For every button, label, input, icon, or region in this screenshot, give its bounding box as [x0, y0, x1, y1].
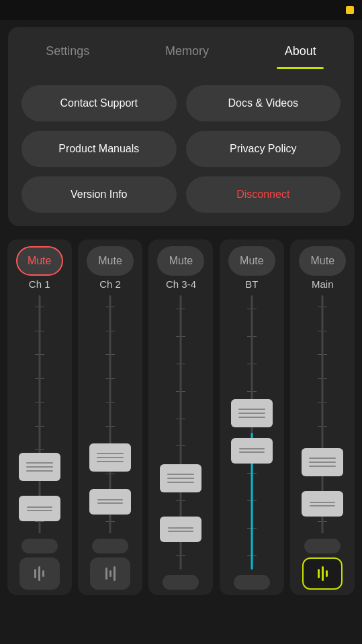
bt-fader-handle-upper[interactable] — [231, 399, 273, 427]
ch1-fader-handle-lower[interactable] — [19, 496, 60, 521]
disconnect-button[interactable]: Disconnect — [186, 176, 341, 213]
main-oval-button[interactable] — [304, 539, 341, 553]
eq-bar — [42, 570, 44, 577]
ch2-label: Ch 2 — [99, 278, 121, 290]
fader-line — [310, 505, 335, 506]
main-bottom — [294, 539, 351, 590]
fader-line — [97, 453, 124, 454]
fader-line — [97, 461, 124, 462]
bt-fader-container — [224, 295, 280, 570]
ch1-oval-button[interactable] — [21, 539, 58, 553]
fader-line — [238, 413, 265, 414]
main-label: Main — [312, 278, 334, 290]
mute-ch2-button[interactable]: Mute — [87, 246, 134, 276]
fader-line — [26, 466, 53, 468]
bt-fader-handle-lower[interactable] — [231, 438, 273, 464]
fader-line — [239, 448, 265, 449]
mute-ch3-4-button[interactable]: Mute — [157, 246, 204, 276]
ch2-fader-handle-lower[interactable] — [89, 489, 131, 515]
fader-line — [168, 527, 193, 529]
ch1-eq-button[interactable] — [19, 557, 60, 590]
docs-videos-button[interactable]: Docs & Videos — [186, 85, 341, 121]
fader-line — [309, 466, 336, 467]
eq-bar — [114, 566, 116, 581]
ch3-4-fader-handle[interactable] — [160, 464, 201, 492]
channel-ch3-4: Mute Ch 3-4 — [148, 239, 213, 595]
privacy-policy-button[interactable]: Privacy Policy — [186, 131, 341, 167]
contact-support-button[interactable]: Contact Support — [21, 85, 177, 121]
eq-bar — [318, 569, 320, 578]
fader-line — [310, 502, 335, 503]
ch1-bottom — [11, 539, 68, 590]
eq-icon — [318, 566, 328, 581]
ch2-fader-handle[interactable] — [89, 443, 131, 472]
eq-bar — [34, 569, 36, 578]
mute-ch1-button[interactable]: Mute — [16, 246, 63, 276]
ch1-fader-handle[interactable] — [19, 453, 60, 481]
tab-about[interactable]: About — [271, 38, 330, 65]
fader-line — [167, 474, 194, 475]
bt-label: BT — [245, 278, 258, 290]
channel-bt: Mute BT — [220, 239, 284, 595]
mute-bt-button[interactable]: Mute — [228, 246, 275, 276]
channel-ch1: Mute Ch 1 — [7, 239, 72, 595]
ch2-oval-button[interactable] — [92, 539, 128, 553]
fader-line — [309, 458, 336, 459]
eq-bar — [326, 570, 328, 577]
channel-ch2: Mute Ch 2 — [78, 239, 142, 595]
main-eq-button[interactable] — [302, 557, 343, 590]
about-panel: Settings Memory About Contact Support Do… — [8, 27, 354, 226]
mute-main-button[interactable]: Mute — [299, 246, 346, 276]
ch1-fader-container — [11, 295, 68, 533]
fader-line — [238, 417, 265, 418]
status-bar — [0, 0, 362, 20]
tab-settings[interactable]: Settings — [32, 38, 103, 65]
fader-line — [26, 462, 53, 464]
version-info-button[interactable]: Version Info — [21, 176, 177, 213]
fader-line — [97, 502, 123, 504]
fader-line — [309, 462, 336, 463]
tab-memory[interactable]: Memory — [152, 38, 222, 65]
fader-line — [27, 510, 52, 511]
main-fader-handle-lower[interactable] — [302, 491, 343, 517]
mixer: Mute Ch 1 — [0, 233, 362, 605]
fader-line — [238, 409, 265, 410]
fader-line — [167, 482, 194, 483]
ch3-4-fader-container — [152, 295, 209, 570]
status-indicator — [346, 6, 354, 14]
fader-line — [97, 457, 124, 458]
fader-line — [97, 499, 123, 500]
main-fader-container — [294, 295, 351, 533]
fader-line — [27, 506, 52, 508]
ch2-eq-button[interactable] — [90, 557, 130, 590]
ch3-4-label: Ch 3-4 — [166, 278, 196, 290]
channel-main: Mute Main — [290, 239, 355, 595]
fader-line — [167, 478, 194, 479]
fader-line — [26, 470, 53, 472]
bt-bottom — [224, 575, 280, 590]
fader-line — [239, 451, 265, 453]
eq-icon — [105, 566, 116, 581]
bt-oval-button[interactable] — [234, 575, 270, 590]
ch2-fader-container — [82, 295, 138, 533]
eq-bar — [109, 570, 111, 577]
ch2-bottom — [82, 539, 138, 590]
eq-icon — [34, 566, 44, 581]
ch3-4-bottom — [152, 575, 209, 590]
ch3-4-oval-button[interactable] — [163, 575, 199, 590]
tab-bar: Settings Memory About — [8, 27, 354, 65]
ch3-4-fader-handle-lower[interactable] — [160, 517, 201, 542]
about-button-grid: Contact Support Docs & Videos Product Ma… — [8, 65, 354, 213]
eq-bar — [38, 566, 40, 581]
ch1-label: Ch 1 — [29, 278, 50, 290]
fader-line — [168, 531, 193, 532]
main-fader-handle[interactable] — [302, 448, 343, 476]
product-manuals-button[interactable]: Product Manuals — [21, 131, 177, 167]
eq-bar — [322, 566, 324, 581]
eq-bar — [105, 568, 107, 580]
